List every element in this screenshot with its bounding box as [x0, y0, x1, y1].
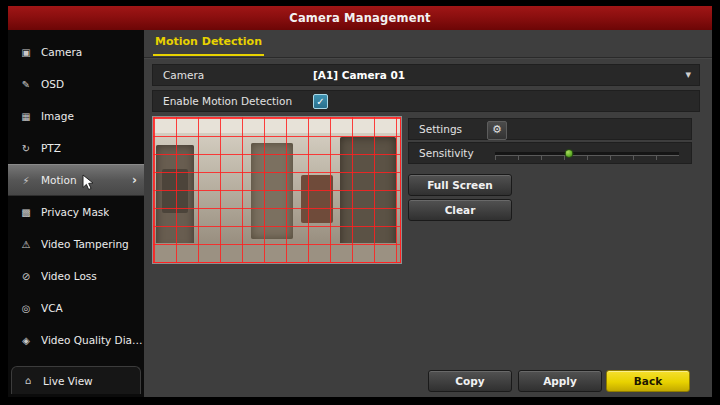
motion-preview[interactable]	[152, 116, 402, 264]
sidebar-item-label: Image	[41, 110, 74, 122]
enable-motion-checkbox[interactable]: ✓	[313, 94, 328, 109]
camera-select-row[interactable]: Camera [A1] Camera 01 ▾	[152, 64, 700, 86]
cursor-icon	[82, 174, 94, 191]
main-panel: Motion Detection Camera [A1] Camera 01 ▾…	[144, 30, 712, 397]
motion-grid-overlay[interactable]	[153, 117, 401, 263]
sidebar-item-label: OSD	[41, 78, 64, 90]
camera-management-window: Camera Management ▣ Camera ✎ OSD ▦ Image…	[0, 0, 720, 405]
vca-icon: ◎	[18, 303, 34, 314]
sidebar-item-label: VCA	[41, 302, 63, 314]
video-loss-icon: ⊘	[18, 271, 34, 282]
sidebar-item-vca[interactable]: ◎ VCA	[8, 292, 144, 324]
motion-icon: ⚡	[18, 175, 34, 186]
home-icon: ⌂	[20, 375, 36, 386]
sidebar-item-label: Video Loss	[41, 270, 97, 282]
sidebar-item-label: Privacy Mask	[41, 206, 109, 218]
clear-button[interactable]: Clear	[408, 199, 512, 221]
tab-motion-detection[interactable]: Motion Detection	[153, 30, 264, 56]
sidebar-item-label: Camera	[41, 46, 82, 58]
sidebar-item-image[interactable]: ▦ Image	[8, 100, 144, 132]
tab-bar: Motion Detection	[144, 30, 712, 58]
copy-button[interactable]: Copy	[428, 370, 512, 392]
camera-row-label: Camera	[163, 65, 204, 85]
slider-ticks	[495, 156, 679, 160]
settings-row: Settings ⚙	[408, 118, 692, 140]
sensitivity-row: Sensitivity	[408, 142, 692, 164]
window-title: Camera Management	[289, 11, 430, 25]
sidebar-item-video-tampering[interactable]: ⚠ Video Tampering	[8, 228, 144, 260]
sidebar-item-label: Video Tampering	[41, 238, 129, 250]
sidebar-item-ptz[interactable]: ↻ PTZ	[8, 132, 144, 164]
ptz-icon: ↻	[18, 143, 34, 154]
sidebar-item-label: Live View	[43, 375, 93, 387]
sidebar-item-label: PTZ	[41, 142, 61, 154]
enable-motion-row: Enable Motion Detection ✓	[152, 90, 700, 112]
back-button[interactable]: Back	[606, 370, 690, 392]
sidebar-item-live-view[interactable]: ⌂ Live View	[11, 366, 141, 394]
sidebar-item-camera[interactable]: ▣ Camera	[8, 36, 144, 68]
sidebar-item-privacy-mask[interactable]: ▩ Privacy Mask	[8, 196, 144, 228]
gear-icon: ⚙	[492, 123, 502, 136]
camera-icon: ▣	[18, 47, 34, 58]
window-title-bar: Camera Management	[8, 6, 712, 31]
enable-motion-label: Enable Motion Detection	[163, 91, 292, 111]
sidebar-item-osd[interactable]: ✎ OSD	[8, 68, 144, 100]
sensitivity-label: Sensitivity	[419, 143, 474, 163]
sidebar-item-video-loss[interactable]: ⊘ Video Loss	[8, 260, 144, 292]
sidebar-item-motion[interactable]: ⚡ Motion ›	[8, 164, 144, 196]
sidebar-menu: ▣ Camera ✎ OSD ▦ Image ↻ PTZ ⚡ Motion ›	[8, 36, 144, 356]
video-tampering-icon: ⚠	[18, 239, 34, 250]
privacy-mask-icon: ▩	[18, 207, 34, 218]
sidebar: ▣ Camera ✎ OSD ▦ Image ↻ PTZ ⚡ Motion ›	[8, 30, 144, 397]
apply-button[interactable]: Apply	[518, 370, 602, 392]
video-quality-icon: ◈	[18, 335, 34, 346]
camera-dropdown-value: [A1] Camera 01	[313, 65, 405, 85]
sensitivity-thumb[interactable]	[564, 149, 573, 158]
settings-gear-button[interactable]: ⚙	[487, 121, 507, 140]
chevron-down-icon[interactable]: ▾	[685, 65, 691, 85]
sidebar-item-label: Video Quality Diagn...	[41, 334, 144, 346]
chevron-right-icon: ›	[132, 173, 137, 187]
full-screen-button[interactable]: Full Screen	[408, 174, 512, 196]
sidebar-item-label: Motion	[41, 174, 77, 186]
settings-label: Settings	[419, 119, 462, 139]
sensitivity-slider[interactable]	[495, 152, 679, 156]
sidebar-item-video-quality-diagnostics[interactable]: ◈ Video Quality Diagn...	[8, 324, 144, 356]
osd-icon: ✎	[18, 79, 34, 90]
image-icon: ▦	[18, 111, 34, 122]
